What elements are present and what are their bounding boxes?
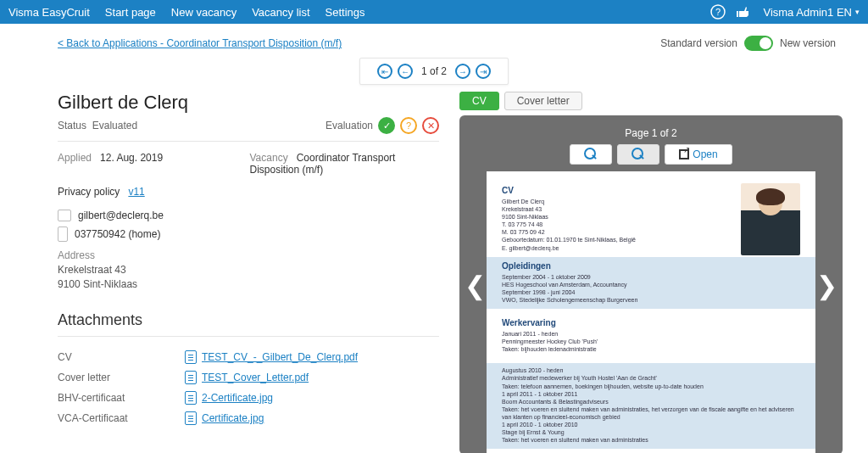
address-label: Address	[58, 249, 439, 263]
evaluation-neutral-button[interactable]: ?	[400, 117, 417, 134]
vacancy-label: Vacancy	[250, 152, 288, 164]
attachment-row: Cover letter TEST_Cover_Letter.pdf	[58, 367, 439, 388]
document-panel: CV Cover letter Page 1 of 2 Open ❮ ❯ CV …	[459, 92, 843, 453]
cv-page-preview: CV Gilbert De Clerq Krekelstraat 43 9100…	[487, 171, 815, 453]
candidate-email: gilbert@declerq.be	[78, 210, 164, 221]
viewer-next-icon[interactable]: ❯	[816, 271, 837, 300]
tab-cv[interactable]: CV	[459, 92, 499, 110]
candidate-phone: 037750942 (home)	[75, 228, 160, 240]
help-icon[interactable]: ?	[709, 3, 727, 21]
pager-next-icon[interactable]: →	[455, 64, 470, 79]
attachment-type: BHV-certificaat	[58, 392, 185, 404]
nav-vacancy-list[interactable]: Vacancy list	[252, 6, 309, 19]
attachments-heading: Attachments	[58, 311, 439, 329]
svg-text:?: ?	[715, 7, 721, 17]
file-icon	[185, 411, 197, 425]
candidate-panel: Gilbert de Clerq Status Evaluated Evalua…	[58, 92, 439, 453]
pager-text: 1 of 2	[421, 65, 447, 77]
nav-start-page[interactable]: Start page	[105, 6, 156, 19]
nav-settings[interactable]: Settings	[326, 6, 365, 19]
new-version-label: New version	[780, 37, 836, 49]
phone-icon	[58, 226, 68, 242]
candidate-photo	[741, 183, 800, 255]
file-icon	[185, 371, 197, 384]
applied-label: Applied	[58, 152, 92, 164]
nav-new-vacancy[interactable]: New vacancy	[171, 6, 236, 19]
attachments-table: CV TEST_CV_-_Gilbert_De_Clerq.pdf Cover …	[58, 347, 439, 428]
status-value: Evaluated	[92, 120, 137, 131]
privacy-link[interactable]: v11	[128, 186, 144, 198]
candidate-pager: ⇤ ← 1 of 2 → ⇥	[359, 58, 509, 85]
pager-prev-icon[interactable]: ←	[398, 64, 413, 79]
evaluation-negative-button[interactable]: ✕	[422, 117, 439, 134]
zoom-out-icon	[632, 148, 645, 161]
attachment-row: VCA-Certificaat Certificate.jpg	[58, 408, 439, 428]
chevron-down-icon: ▾	[855, 8, 860, 16]
attachment-link[interactable]: TEST_Cover_Letter.pdf	[185, 371, 309, 384]
viewer-page-indicator: Page 1 of 2	[487, 127, 815, 139]
open-button[interactable]: Open	[665, 144, 732, 165]
address-line2: 9100 Sint-Niklaas	[58, 277, 439, 292]
version-toggle[interactable]	[744, 36, 773, 51]
attachment-link[interactable]: TEST_CV_-_Gilbert_De_Clerq.pdf	[185, 350, 358, 364]
attachment-type: CV	[58, 351, 185, 363]
address-line1: Krekelstraat 43	[58, 263, 439, 277]
user-name: Visma Admin1 EN	[763, 6, 852, 19]
standard-version-label: Standard version	[660, 37, 737, 49]
file-icon	[185, 350, 197, 364]
thumbs-up-icon[interactable]	[732, 3, 751, 21]
file-icon	[185, 391, 197, 405]
attachment-link[interactable]: 2-Certificate.jpg	[185, 391, 273, 405]
zoom-out-button[interactable]	[617, 144, 659, 165]
attachment-type: VCA-Certificaat	[58, 412, 185, 424]
sub-bar: < Back to Applications - Coordinator Tra…	[0, 24, 868, 58]
zoom-in-icon	[584, 148, 598, 161]
privacy-label: Privacy policy	[58, 186, 120, 198]
evaluation-label: Evaluation	[326, 120, 373, 131]
attachment-type: Cover letter	[58, 372, 185, 383]
attachment-link[interactable]: Certificate.jpg	[185, 411, 264, 425]
pager-first-icon[interactable]: ⇤	[377, 64, 392, 79]
attachment-row: CV TEST_CV_-_Gilbert_De_Clerq.pdf	[58, 347, 439, 367]
status-label: Status	[58, 120, 86, 131]
document-viewer: Page 1 of 2 Open ❮ ❯ CV Gilbert De Clerq…	[459, 115, 843, 453]
open-icon	[679, 149, 689, 159]
cv-work-heading: Werkervaring	[502, 317, 800, 328]
viewer-prev-icon[interactable]: ❮	[465, 271, 486, 300]
brand[interactable]: Visma EasyCruit	[8, 6, 90, 19]
email-icon	[58, 210, 71, 221]
attachment-row: BHV-certificaat 2-Certificate.jpg	[58, 388, 439, 408]
user-menu[interactable]: Visma Admin1 EN ▾	[763, 6, 860, 19]
cv-education-heading: Opleidingen	[502, 260, 800, 271]
tab-cover-letter[interactable]: Cover letter	[504, 92, 582, 110]
top-nav: Visma EasyCruit Start page New vacancy V…	[0, 0, 868, 24]
applied-value: 12. Aug. 2019	[100, 152, 163, 164]
back-link[interactable]: < Back to Applications - Coordinator Tra…	[58, 37, 342, 49]
evaluation-positive-button[interactable]: ✓	[378, 117, 395, 134]
zoom-in-button[interactable]	[570, 144, 612, 165]
candidate-name: Gilbert de Clerq	[58, 92, 439, 114]
pager-last-icon[interactable]: ⇥	[476, 64, 491, 79]
